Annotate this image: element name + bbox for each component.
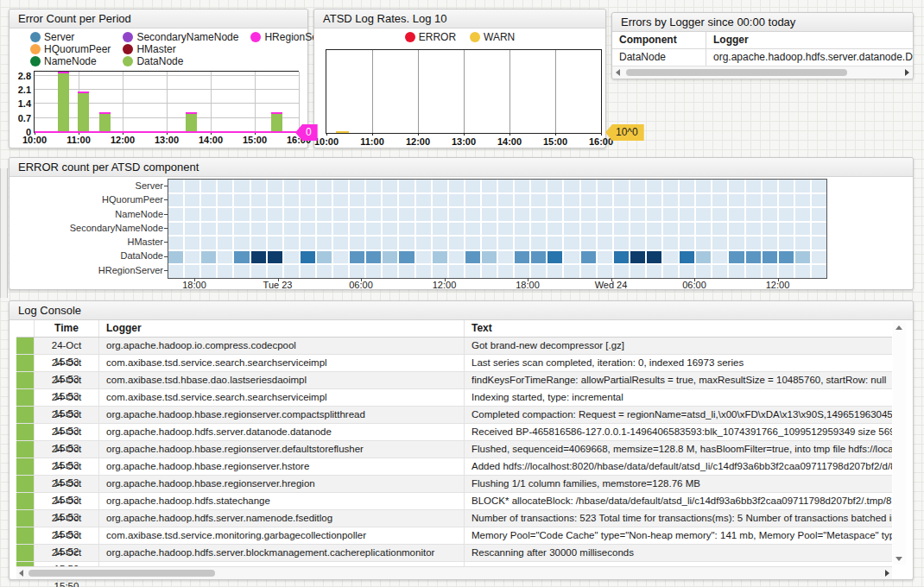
heatmap-cell bbox=[350, 251, 364, 264]
table-row: DataNodeorg.apache.hadoop.hdfs.server.da… bbox=[612, 49, 913, 66]
hscroll-thumb[interactable] bbox=[28, 570, 215, 577]
log-row: 24-Oct 15:52com.axibase.tsd.service.moni… bbox=[16, 527, 892, 545]
heatmap-cell bbox=[284, 194, 299, 207]
heatmap-cell bbox=[531, 251, 546, 264]
heatmap-cell bbox=[564, 223, 579, 236]
heatmap-cell bbox=[498, 180, 513, 193]
heatmap-cell bbox=[350, 237, 364, 249]
log-level-indicator bbox=[16, 424, 35, 440]
log-text: Number of transactions: 523 Total time f… bbox=[465, 510, 892, 527]
errors-by-logger-hscrollbar[interactable] bbox=[612, 66, 913, 79]
heatmap-x-tick-label: 18:00 bbox=[182, 280, 206, 290]
heatmap-cell bbox=[663, 265, 678, 278]
legend-item-namenode[interactable]: NameNode bbox=[30, 55, 111, 67]
scroll-left-arrow[interactable] bbox=[19, 570, 23, 577]
heatmap-cell bbox=[449, 237, 464, 249]
heatmap-cell bbox=[201, 223, 216, 236]
log-console-vscrollbar[interactable] bbox=[893, 322, 906, 565]
heatmap-cell bbox=[383, 208, 397, 221]
series-color-dot bbox=[250, 32, 261, 42]
heatmap-cell bbox=[333, 237, 348, 249]
log-text: Indexing started, type: incremental bbox=[465, 389, 892, 406]
heatmap-cell bbox=[812, 208, 826, 221]
heatmap-cell bbox=[399, 251, 414, 264]
heatmap-cell bbox=[284, 265, 299, 278]
heatmap-cell bbox=[564, 180, 579, 193]
heatmap-cell bbox=[696, 265, 711, 278]
legend-item-error[interactable]: ERROR bbox=[405, 31, 456, 43]
legend-item-secondarynamenode[interactable]: SecondaryNameNode bbox=[123, 31, 238, 43]
heatmap-cell bbox=[712, 223, 727, 236]
heatmap-cell bbox=[696, 251, 711, 264]
series-color-dot bbox=[30, 32, 41, 42]
heatmap-cell bbox=[712, 208, 727, 221]
legend-label: WARN bbox=[484, 31, 515, 43]
scroll-right-arrow[interactable] bbox=[885, 570, 889, 577]
heatmap-cell bbox=[449, 223, 464, 236]
panel-log-console: Log Console TimeLoggerText24-Oct 15:53or… bbox=[9, 300, 914, 580]
heatmap-cell bbox=[234, 237, 249, 249]
legend-item-datanode[interactable]: DataNode bbox=[123, 55, 238, 67]
heatmap-cell bbox=[680, 237, 694, 249]
log-logger: org.apache.hadoop.hdfs.statechange bbox=[99, 493, 465, 509]
horizontal-gridline bbox=[35, 75, 299, 76]
heatmap-cell bbox=[498, 237, 513, 249]
last-value-badge-warn[interactable]: 10^0 bbox=[605, 124, 644, 141]
legend-item-warn[interactable]: WARN bbox=[470, 31, 515, 43]
heatmap-cell bbox=[416, 251, 431, 264]
log-level-indicator bbox=[16, 527, 35, 544]
legend-item-server[interactable]: Server bbox=[30, 31, 111, 43]
heatmap-cell bbox=[383, 251, 397, 264]
heatmap-cell bbox=[234, 194, 249, 207]
scroll-up-arrow[interactable] bbox=[896, 325, 902, 330]
heatmap-cell bbox=[449, 194, 464, 207]
heatmap-cell bbox=[383, 180, 397, 193]
heatmap-cell bbox=[498, 208, 513, 221]
heatmap-cell bbox=[201, 265, 216, 278]
scroll-down-arrow[interactable] bbox=[896, 557, 902, 561]
log-level-indicator bbox=[16, 458, 35, 475]
x-axis-tick bbox=[509, 133, 510, 136]
heatmap-cell bbox=[547, 208, 562, 221]
heatmap-cell bbox=[779, 265, 794, 278]
legend-item-hmaster[interactable]: HMaster bbox=[123, 43, 238, 55]
heatmap-cell bbox=[350, 223, 364, 236]
heatmap-cell bbox=[564, 265, 579, 278]
x-axis-tick-label: 16:00 bbox=[589, 136, 613, 147]
heatmap-cell bbox=[795, 237, 810, 249]
legend-item-hquorumpeer[interactable]: HQuorumPeer bbox=[30, 43, 111, 55]
heatmap-cell bbox=[482, 180, 497, 193]
heatmap-cell bbox=[746, 208, 761, 221]
scroll-left-arrow[interactable] bbox=[616, 69, 620, 76]
heatmap-cell bbox=[350, 180, 364, 193]
scroll-right-arrow[interactable] bbox=[905, 69, 909, 76]
log-console-hscrollbar[interactable] bbox=[16, 566, 892, 579]
heatmap-cell bbox=[168, 237, 183, 249]
heatmap-cell bbox=[696, 237, 711, 249]
heatmap-cell bbox=[498, 251, 513, 264]
log-time: 24-Oct 15:53 bbox=[35, 441, 99, 458]
heatmap-cell bbox=[712, 251, 727, 264]
log-logger: org.apache.hadoop.hbase.regionserver.hst… bbox=[99, 458, 465, 475]
heatmap-cell bbox=[630, 251, 645, 264]
x-axis-tick-label: 15:00 bbox=[543, 136, 567, 147]
log-rates-line-chart: 10:0011:0012:0013:0014:0015:0016:00 bbox=[326, 49, 602, 134]
heatmap-cell bbox=[680, 223, 694, 236]
heatmap-cell bbox=[482, 265, 497, 278]
heatmap-cell bbox=[712, 194, 727, 207]
log-console-table: TimeLoggerText24-Oct 15:53org.apache.had… bbox=[16, 320, 892, 579]
log-level-indicator bbox=[16, 510, 35, 527]
vertical-gridline bbox=[418, 50, 419, 133]
hscroll-thumb[interactable] bbox=[626, 69, 847, 76]
heatmap-cell bbox=[449, 208, 464, 221]
heatmap-cell bbox=[663, 237, 678, 249]
log-time: 24-Oct 15:53 bbox=[35, 493, 99, 509]
bar-datanode bbox=[78, 92, 89, 132]
heatmap-cell bbox=[234, 223, 249, 236]
heatmap-x-tick-label: Tue 23 bbox=[263, 280, 293, 290]
log-logger: org.apache.hadoop.io.compress.codecpool bbox=[99, 338, 465, 354]
heatmap-cell bbox=[746, 194, 761, 207]
heatmap-cell bbox=[614, 265, 629, 278]
heatmap-row-label-hmaster: HMaster bbox=[16, 237, 163, 247]
heatmap-cell bbox=[366, 223, 381, 236]
